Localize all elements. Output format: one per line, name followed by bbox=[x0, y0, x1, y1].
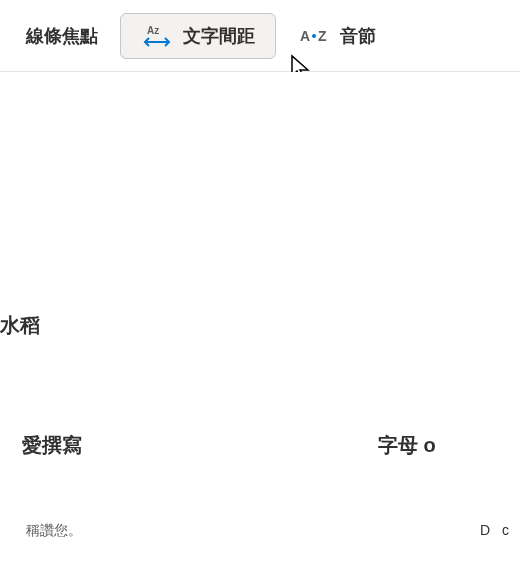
text-spacing-label: 文字間距 bbox=[183, 24, 255, 48]
syllables-icon: A Z bbox=[298, 24, 330, 48]
toolbar: 線條焦點 Az 文字間距 A Z 音節 bbox=[0, 0, 520, 72]
svg-text:A: A bbox=[300, 28, 310, 44]
content-praise: 稱讚您。 bbox=[26, 522, 82, 540]
line-focus-button[interactable]: 線條焦點 bbox=[12, 16, 112, 56]
text-spacing-button[interactable]: Az 文字間距 bbox=[120, 13, 276, 59]
syllables-label: 音節 bbox=[340, 24, 376, 48]
svg-text:Z: Z bbox=[318, 28, 327, 44]
content-right-text: D c bbox=[480, 522, 513, 538]
svg-point-3 bbox=[312, 34, 316, 38]
content-area: 水稻 愛撰寫 字母 o 稱讚您。 D c bbox=[0, 72, 520, 588]
content-word-letter-o: 字母 o bbox=[378, 432, 436, 459]
text-spacing-icon: Az bbox=[141, 24, 173, 48]
syllables-button[interactable]: A Z 音節 bbox=[284, 16, 390, 56]
content-word-love-write: 愛撰寫 bbox=[22, 432, 82, 459]
svg-text:Az: Az bbox=[147, 25, 159, 36]
line-focus-label: 線條焦點 bbox=[26, 24, 98, 48]
content-word-rice: 水稻 bbox=[0, 312, 40, 339]
